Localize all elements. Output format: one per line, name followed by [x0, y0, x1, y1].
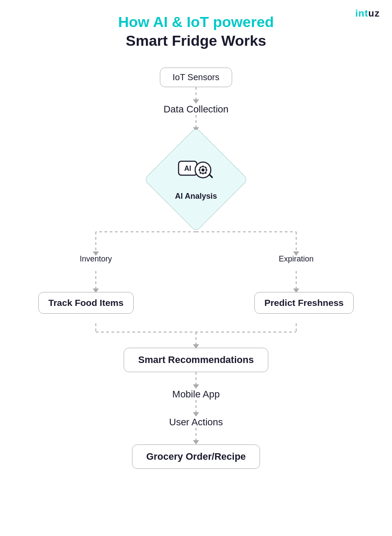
- connector-line-2: [196, 115, 196, 127]
- data-collection-label: Data Collection: [163, 104, 228, 115]
- svg-rect-5: [202, 166, 203, 167]
- iot-sensors-node: IoT Sensors: [160, 68, 232, 87]
- connector-line-5: [196, 400, 196, 412]
- arrow-6: [193, 440, 199, 444]
- svg-text:AI: AI: [184, 165, 191, 172]
- svg-marker-28: [193, 344, 199, 349]
- ai-analysis-label: AI Analysis: [175, 192, 217, 201]
- smart-recommendations-node: Smart Recommendations: [124, 348, 268, 372]
- connector-mobile-user: [193, 400, 199, 417]
- connector-iot-datacollection: [193, 87, 199, 104]
- track-food-node: Track Food Items: [38, 292, 134, 314]
- connector-user-grocery: [193, 428, 199, 444]
- title-line1: How AI & IoT powered: [118, 13, 274, 31]
- svg-rect-7: [199, 170, 200, 171]
- branch-section: Inventory Expiration Track Food Items Pr…: [26, 227, 366, 349]
- predict-freshness-node: Predict Freshness: [254, 292, 354, 314]
- title-line2: Smart Fridge Works: [118, 31, 274, 50]
- mobile-app-label: Mobile App: [172, 389, 220, 400]
- svg-rect-13: [208, 174, 213, 179]
- inventory-label: Inventory: [70, 254, 122, 264]
- ai-icon: AI: [178, 158, 215, 189]
- connector-line-1: [196, 87, 196, 99]
- branch-svg: [26, 227, 366, 349]
- arrow-4: [193, 384, 199, 389]
- connector-smart-mobile: [193, 372, 199, 389]
- svg-rect-6: [202, 173, 203, 174]
- svg-point-4: [201, 169, 204, 172]
- grocery-order-node: Grocery Order/Recipe: [132, 444, 260, 469]
- page-container: How AI & IoT powered Smart Fridge Works …: [0, 0, 392, 486]
- svg-rect-8: [206, 170, 207, 171]
- ai-diamond-content: AI AI A: [148, 132, 244, 227]
- arrow-1: [193, 99, 199, 104]
- user-actions-label: User Actions: [169, 417, 223, 428]
- flowchart: IoT Sensors Data Collection AI: [0, 63, 392, 486]
- logo: intuz: [355, 8, 380, 19]
- connector-line-6: [196, 428, 196, 440]
- arrow-5: [193, 412, 199, 417]
- connector-line-4: [196, 372, 196, 384]
- title-block: How AI & IoT powered Smart Fridge Works: [118, 13, 274, 50]
- expiration-label: Expiration: [270, 254, 322, 264]
- ai-diamond-container: AI AI A: [148, 132, 244, 227]
